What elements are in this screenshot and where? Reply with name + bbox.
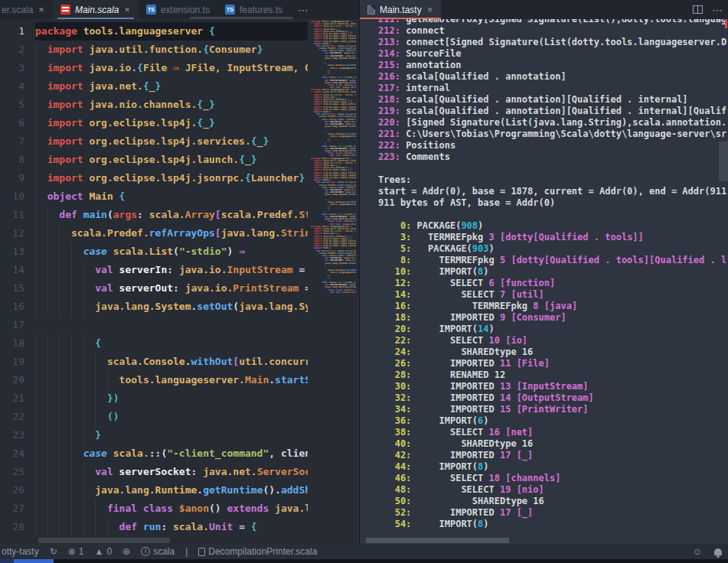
tasty-line: 218: scala[Qualified . annotation][Quali… — [378, 94, 728, 106]
close-icon[interactable]: × — [426, 5, 434, 15]
tab-label: extension.ts — [161, 5, 210, 15]
sync-icon: ↻ — [50, 547, 57, 556]
active-file-label: DecompilationPrinter.scala — [208, 546, 317, 557]
editor-main-scala[interactable]: 1package tools.languageserver {2 import … — [0, 19, 360, 545]
tasty-line: 46: SELECT 18 [channels] — [378, 473, 728, 484]
code-line: 17 — [0, 316, 359, 334]
scala-code[interactable]: 1package tools.languageserver {2 import … — [0, 22, 359, 536]
language-mode-item[interactable]: ! scala — [141, 546, 175, 557]
tasty-line: 50: SHAREDtype 16 — [378, 496, 728, 507]
line-number: 4 — [0, 77, 35, 96]
file-icon — [367, 5, 375, 15]
tab-bar: er.scala × Main.scala × TS extension.ts … — [0, 0, 728, 19]
tasty-line: 34: IMPORTED 15 [PrintWriter] — [378, 404, 728, 415]
line-number: 9 — [0, 169, 35, 187]
close-icon[interactable]: × — [123, 5, 131, 15]
tasty-line: 18: IMPORTED 9 [Consumer] — [378, 312, 728, 324]
tasty-line — [378, 163, 728, 174]
tasty-line: 48: SELECT 19 [nio] — [378, 484, 728, 496]
code-line: 20 tools.languageserver.Main.startS — [0, 371, 359, 389]
status-bar: otty-tasty ↻ ⊗ 1 ▲ 0 ⊕ ! scala | Decompi… — [0, 544, 728, 559]
tab-er-scala[interactable]: er.scala × — [0, 0, 53, 19]
tab-main-tasty[interactable]: Main.tasty × — [360, 0, 441, 19]
tasty-line: 26: IMPORTED 11 [File] — [378, 358, 728, 369]
vscode-window: er.scala × Main.scala × TS extension.ts … — [0, 0, 728, 563]
editor-main-tasty[interactable]: 211: getRemoteProxy[Signed Signature(Lis… — [360, 19, 728, 545]
code-line: 10 object Main { — [0, 187, 359, 206]
problems-errors[interactable]: ⊗ 1 — [68, 546, 84, 557]
line-number: 13 — [0, 242, 35, 261]
tasty-line: 5: PACKAGE(903) — [378, 243, 728, 255]
active-file-item[interactable]: DecompilationPrinter.scala — [198, 546, 317, 557]
code-line: 24 case scala.::("-client_command", clie… — [0, 444, 359, 463]
tasty-line: 221: C:\Users\Tobias\Programming\Scala\d… — [378, 129, 728, 140]
tasty-line: 54: IMPORT(8) — [378, 519, 728, 530]
tasty-line: 216: scala[Qualified . annotation] — [378, 71, 728, 83]
tasty-line: 223: Comments — [378, 151, 728, 163]
code-line: 14 val serverIn: java.io.InputStream = j — [0, 261, 359, 279]
code-line: 8 import org.eclipse.lsp4j.launch.{_} — [0, 151, 359, 169]
editor-group-left-tabs: er.scala × Main.scala × TS extension.ts … — [0, 0, 360, 19]
tasty-line: 212: connect — [378, 25, 728, 37]
line-number: 8 — [0, 151, 35, 169]
editor-actions: ⋯ — [693, 0, 723, 19]
tasty-output[interactable]: 211: getRemoteProxy[Signed Signature(Lis… — [360, 19, 728, 530]
tasty-line: 44: IMPORT(8) — [378, 461, 728, 473]
line-number: 11 — [0, 206, 35, 224]
tasty-line: 52: IMPORTED 17 [_] — [378, 507, 728, 519]
code-line: 21 }) — [0, 389, 359, 408]
code-line: 4 import java.net.{_} — [0, 77, 359, 96]
line-number: 2 — [0, 41, 35, 59]
line-number: 15 — [0, 279, 35, 298]
taskbar-edge — [0, 559, 728, 563]
file-icon — [198, 548, 205, 556]
line-number: 3 — [0, 59, 35, 77]
horizontal-scrollbar[interactable] — [366, 538, 509, 543]
code-line: 1package tools.languageserver { — [0, 22, 359, 41]
more-tabs-icon[interactable]: ⋯ — [290, 0, 317, 19]
globe-icon: ⊕ — [122, 547, 130, 556]
line-number: 25 — [0, 463, 35, 481]
separator: | — [185, 546, 188, 557]
vertical-scrollbar[interactable] — [719, 19, 728, 545]
code-line: 25 val serverSocket: java.net.ServerSoc — [0, 463, 359, 481]
info-icon: ! — [141, 547, 150, 556]
live-share-button[interactable]: ⊕ — [122, 547, 130, 556]
close-icon[interactable]: × — [38, 5, 45, 15]
tasty-line: 32: IMPORTED 14 [OutputStream] — [378, 392, 728, 404]
sync-button[interactable]: ↻ — [50, 547, 57, 556]
line-number: 27 — [0, 500, 35, 518]
code-line: 26 java.lang.Runtime.getRuntime().addSh — [0, 481, 359, 500]
git-branch-item[interactable]: otty-tasty — [2, 546, 39, 557]
split-editor-icon[interactable] — [693, 5, 703, 14]
taskbar-accent-dark — [0, 559, 14, 563]
tasty-line: 211: getRemoteProxy[Signed Signature(Lis… — [378, 19, 728, 25]
code-line: 11 def main(args: scala.Array[scala.Pred… — [0, 206, 359, 224]
more-actions-icon[interactable]: ⋯ — [712, 4, 723, 16]
line-number: 10 — [0, 187, 35, 206]
code-line: 12 scala.Predef.refArrayOps[java.lang.St… — [0, 224, 359, 242]
minimap[interactable]: package tools.languageserver { import ja… — [308, 19, 359, 545]
tab-main-scala[interactable]: Main.scala × — [53, 0, 139, 19]
line-number: 18 — [0, 334, 35, 353]
code-line: 5 import java.nio.channels.{_} — [0, 96, 359, 114]
feedback-button[interactable]: ☺ — [693, 547, 702, 556]
tasty-line — [378, 209, 728, 220]
tasty-line: 36: IMPORT(6) — [378, 415, 728, 427]
code-line: 15 val serverOut: java.io.PrintStream = — [0, 279, 359, 298]
notifications-button[interactable] — [714, 548, 722, 555]
problems-warnings[interactable]: ▲ 0 — [95, 546, 113, 557]
horizontal-scrollbar[interactable] — [38, 538, 170, 543]
code-line: 27 final class $anon() extends java.l — [0, 500, 359, 518]
tasty-line: start = Addr(0), base = 1878, current = … — [378, 186, 728, 197]
line-number: 6 — [0, 114, 35, 132]
error-count: 1 — [79, 546, 84, 557]
code-line: 19 scala.Console.withOut[util.concurr — [0, 353, 359, 371]
code-line: 18 { — [0, 334, 359, 353]
error-marker — [725, 19, 727, 28]
line-number: 1 — [0, 22, 35, 41]
warning-icon: ▲ — [95, 547, 104, 556]
tasty-line: 217: internal — [378, 83, 728, 94]
scrollbar-thumb[interactable] — [719, 142, 728, 181]
tasty-line: 215: annotation — [378, 60, 728, 71]
